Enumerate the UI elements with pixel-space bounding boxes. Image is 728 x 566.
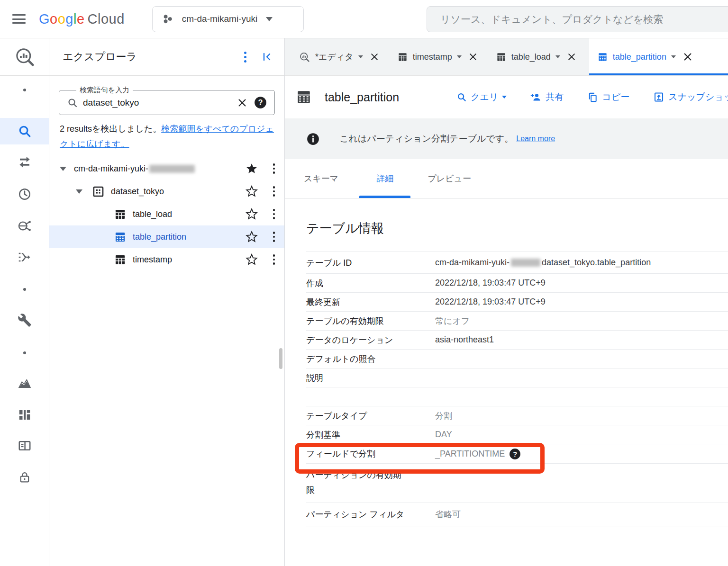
expand-caret-icon[interactable] — [76, 189, 82, 194]
row-label: パーティション フィルタ — [306, 507, 435, 522]
row-label: テーブルの有効期限 — [306, 315, 435, 327]
tree-row-table-load[interactable]: table_load — [49, 203, 284, 225]
resource-tree: cm-da-mikami-yuki- dataset_tokyo — [49, 157, 284, 271]
monitoring-chart-icon[interactable] — [17, 377, 32, 391]
row-value: _PARTITIONTIME ? — [435, 448, 728, 460]
info-row-table-id: テーブル ID cm-da-mikami-yuki- dataset_tokyo… — [306, 252, 728, 274]
sql-workspace-search-icon[interactable] — [18, 124, 32, 138]
tab-preview[interactable]: プレビュー — [410, 159, 488, 198]
partitioned-table-icon — [114, 231, 127, 243]
data-transfers-icon[interactable] — [18, 155, 32, 170]
tab-table-load[interactable]: table_load — [488, 38, 586, 75]
table-label: timestamp — [133, 255, 172, 265]
table-label: table_partition — [133, 232, 186, 242]
expand-caret-icon[interactable] — [60, 167, 66, 171]
project-selector[interactable]: cm-da-mikami-yuki — [152, 6, 304, 32]
project-hexagons-icon — [162, 13, 174, 25]
info-row-last-modified: 最終更新 2022/12/18, 19:03:47 UTC+9 — [306, 293, 728, 312]
section-title: テーブル情報 — [306, 198, 728, 237]
table-label: table_load — [133, 209, 172, 219]
tree-row-project[interactable]: cm-da-mikami-yuki- — [49, 157, 284, 180]
tree-row-dataset[interactable]: dataset_tokyo — [49, 180, 284, 203]
scheduled-queries-clock-icon[interactable] — [18, 187, 32, 201]
row-label: 分割基準 — [306, 429, 435, 440]
tree-row-timestamp[interactable]: timestamp — [49, 248, 284, 271]
explorer-header: エクスプローラ — [49, 38, 284, 76]
explorer-search-field[interactable]: 検索語句を入力 ? — [59, 90, 275, 115]
star-outline-icon[interactable] — [246, 231, 258, 243]
capacity-blocks-icon[interactable] — [18, 408, 32, 422]
bigquery-nav-rail — [0, 38, 49, 566]
row-partitioned-on-field: フィールドで分割 _PARTITIONTIME ? — [306, 444, 728, 464]
chevron-down-icon[interactable] — [457, 55, 462, 58]
dataset-label: dataset_tokyo — [111, 187, 164, 197]
row-label: 説明 — [306, 372, 435, 384]
search-help-icon[interactable]: ? — [254, 96, 267, 109]
help-icon[interactable]: ? — [509, 448, 521, 460]
tab-table-partition[interactable]: table_partition — [589, 38, 728, 75]
row-label: テーブル ID — [306, 257, 435, 269]
row-partitioned-by: 分割基準 DAY — [306, 425, 728, 444]
copy-button[interactable]: コピー — [587, 91, 629, 103]
close-tab-icon[interactable] — [466, 50, 480, 63]
row-more-menu-icon[interactable] — [270, 183, 278, 199]
row-label: データのロケーション — [306, 334, 435, 346]
project-label: cm-da-mikami-yuki- — [74, 164, 148, 174]
close-tab-icon[interactable] — [565, 50, 578, 63]
tab-label: table_partition — [613, 52, 666, 62]
partitioned-table-icon — [295, 89, 312, 106]
star-outline-icon[interactable] — [246, 253, 258, 266]
info-row-expiration: テーブルの有効期限 常にオフ — [306, 312, 728, 331]
tab-editor[interactable]: *エディタ — [291, 38, 389, 75]
tab-timestamp[interactable]: timestamp — [389, 38, 488, 75]
close-tab-icon[interactable] — [368, 50, 381, 63]
row-label: テーブルタイプ — [306, 410, 435, 422]
google-cloud-logo: GoogleCloud — [39, 11, 125, 27]
security-lock-icon[interactable] — [18, 470, 31, 485]
clear-search-icon[interactable] — [237, 98, 247, 108]
admin-wrench-icon[interactable] — [18, 313, 32, 327]
bi-engine-card-icon[interactable] — [18, 439, 32, 453]
bigquery-logo-icon[interactable] — [0, 38, 49, 76]
row-partition-filter: パーティション フィルタ 省略可 — [306, 503, 728, 527]
explorer-title: エクスプローラ — [63, 50, 241, 64]
dataform-branch-icon[interactable] — [17, 250, 32, 264]
snapshot-button[interactable]: スナップショット — [653, 91, 728, 103]
row-more-menu-icon[interactable] — [270, 206, 278, 222]
explorer-more-menu-icon[interactable] — [241, 49, 249, 65]
share-button[interactable]: 共有 — [530, 91, 564, 103]
global-search-input[interactable] — [427, 6, 728, 32]
info-icon — [307, 133, 319, 145]
analytics-hub-icon[interactable] — [17, 219, 32, 233]
row-more-menu-icon[interactable] — [270, 229, 278, 245]
row-label: デフォルトの照合 — [306, 353, 435, 365]
partition-info-list: テーブルタイプ 分割 分割基準 DAY フィールドで分割 _PARTITIONT… — [306, 406, 728, 527]
star-outline-icon[interactable] — [246, 185, 258, 198]
table-icon — [114, 208, 127, 221]
table-icon — [114, 253, 127, 266]
star-outline-icon[interactable] — [246, 208, 258, 220]
svg-text:?: ? — [258, 98, 263, 107]
chevron-down-icon[interactable] — [671, 55, 676, 58]
scrollbar-thumb[interactable] — [279, 348, 282, 369]
copy-icon — [587, 92, 598, 103]
chevron-down-icon[interactable] — [358, 55, 363, 58]
query-button[interactable]: クエリ — [456, 91, 507, 103]
info-row-location: データのロケーション asia-northeast1 — [306, 331, 728, 350]
row-label: 最終更新 — [306, 296, 435, 308]
chevron-down-icon[interactable] — [555, 55, 560, 58]
tab-details[interactable]: 詳細 — [359, 159, 410, 198]
snapshot-icon — [653, 91, 664, 103]
star-filled-icon[interactable] — [246, 162, 258, 175]
info-row-collation: デフォルトの照合 — [306, 350, 728, 368]
explorer-search-input[interactable] — [83, 98, 237, 108]
row-more-menu-icon[interactable] — [270, 161, 278, 177]
collapse-panel-icon[interactable] — [262, 51, 273, 63]
table-info-list: テーブル ID cm-da-mikami-yuki- dataset_tokyo… — [306, 252, 728, 387]
tab-schema[interactable]: スキーマ — [303, 159, 359, 198]
hamburger-menu-icon[interactable] — [12, 14, 26, 24]
row-more-menu-icon[interactable] — [270, 252, 278, 268]
learn-more-link[interactable]: Learn more — [516, 135, 555, 143]
tree-row-table-partition[interactable]: table_partition — [49, 225, 284, 248]
close-tab-icon[interactable] — [681, 50, 695, 64]
